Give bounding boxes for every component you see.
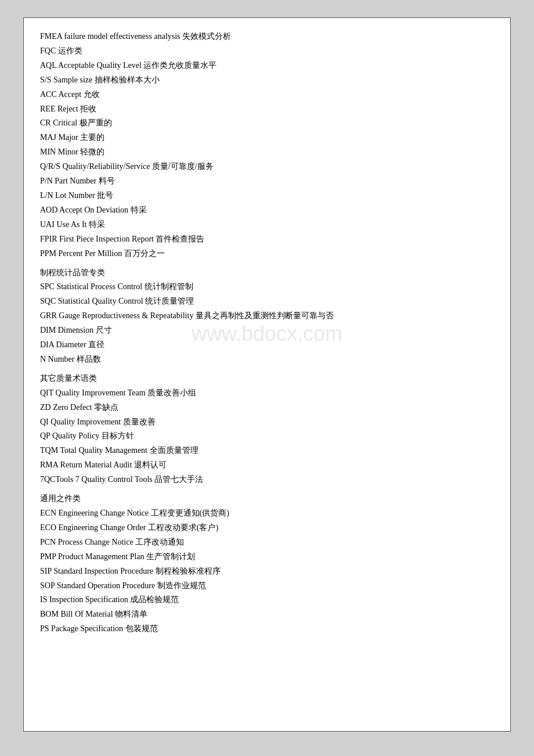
line-item: UAI Use As It 特采 [40,218,494,232]
line-item: ZD Zero Defect 零缺点 [40,401,494,415]
line-item: FPIR First Piece Inspection Report 首件检查报… [40,232,494,247]
line-item: PMP Product Management Plan 生产管制计划 [40,550,494,564]
line-item: CR Critical 极严重的 [40,116,494,131]
line-item: PCN Process Change Notice 工序改动通知 [40,535,494,550]
line-item: ECN Engineering Change Notice 工程变更通知(供货商… [40,506,494,521]
section3-header: 其它质量术语类 [40,372,494,386]
line-item: DIA Diameter 直径 [40,338,494,352]
line-item: FMEA failure model effectiveness analysi… [40,30,494,44]
line-item: IS Inspection Specification 成品检验规范 [40,593,494,607]
content-wrapper: www.bdocx.com FMEA failure model effecti… [40,30,494,636]
section4-lines: ECN Engineering Change Notice 工程变更通知(供货商… [40,506,494,636]
section3-lines: QIT Quality Improvement Team 质量改善小组ZD Ze… [40,386,494,487]
line-item: BOM Bill Of Material 物料清单 [40,607,494,622]
line-item: ACC Accept 允收 [40,88,494,102]
line-item: DIM Dimension 尺寸 [40,323,494,338]
line-item: 7QCTools 7 Quality Control Tools 品管七大手法 [40,473,494,487]
line-item: TQM Total Quality Management 全面质量管理 [40,444,494,458]
line-item: QIT Quality Improvement Team 质量改善小组 [40,386,494,401]
line-item: P/N Part Number 料号 [40,174,494,189]
line-item: AOD Accept On Deviation 特采 [40,203,494,218]
line-item: SOP Standard Operation Procedure 制造作业规范 [40,579,494,593]
line-item: SIP Standard Inspection Procedure 制程检验标准… [40,564,494,579]
line-item: Q/R/S Quality/Reliability/Service 质量/可靠度… [40,160,494,174]
line-item: MAJ Major 主要的 [40,131,494,145]
page-container: www.bdocx.com FMEA failure model effecti… [23,17,511,732]
line-item: AQL Acceptable Quality Level 运作类允收质量水平 [40,59,494,73]
line-item: N Number 样品数 [40,352,494,367]
line-item: SQC Statistical Quality Control 统计质量管理 [40,294,494,309]
line-item: ECO Engineering Change Order 工程改动要求(客户) [40,521,494,535]
line-item: PPM Percent Per Million 百万分之一 [40,247,494,261]
section2-header: 制程统计品管专类 [40,266,494,280]
line-item: GRR Gauge Reproductiveness & Repeatabili… [40,309,494,323]
line-item: PS Package Specification 包装规范 [40,622,494,636]
section2-lines: SPC Statistical Process Control 统计制程管制SQ… [40,280,494,366]
line-item: SPC Statistical Process Control 统计制程管制 [40,280,494,294]
line-item: QI Quality Improvement 质量改善 [40,415,494,430]
section4-header: 通用之件类 [40,492,494,506]
line-item: L/N Lot Number 批号 [40,189,494,203]
line-item: MIN Minor 轻微的 [40,145,494,160]
section1-lines: FMEA failure model effectiveness analysi… [40,30,494,261]
line-item: FQC 运作类 [40,44,494,59]
line-item: REE Reject 拒收 [40,102,494,117]
line-item: S/S Sample size 抽样检验样本大小 [40,73,494,88]
line-item: RMA Return Material Audit 退料认可 [40,458,494,473]
line-item: QP Quality Policy 目标方针 [40,429,494,444]
